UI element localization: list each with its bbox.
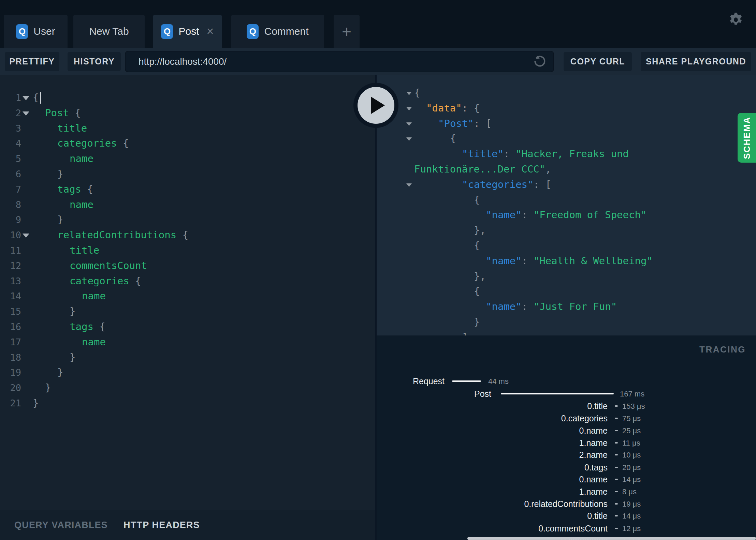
code-text: }: [33, 395, 39, 411]
response-line: Funktionäre...Der CCC",: [377, 162, 756, 177]
code-text: "name": "Freedom of Speech": [486, 207, 646, 223]
fold-arrow-icon[interactable]: [406, 122, 412, 126]
tab-user[interactable]: QUser: [4, 15, 68, 48]
tracing-dash-icon: [615, 528, 618, 529]
endpoint-url-input[interactable]: [139, 56, 532, 67]
code-text: }: [57, 212, 63, 227]
text-cursor: [40, 92, 41, 104]
code-text: name: [82, 334, 106, 350]
editor-line: 5name: [0, 151, 375, 166]
tracing-row-time: 167 ms: [620, 389, 644, 400]
code-text: "title": "Hacker, Freaks und: [462, 146, 629, 162]
response-line: "name": "Health & Wellbeing": [377, 253, 756, 269]
editor-line: 10relatedContributions {: [0, 227, 375, 243]
response-line: "title": "Hacker, Freaks und: [377, 146, 756, 162]
tracing-row-time: 8 μs: [622, 486, 637, 497]
schema-tab-label: SCHEMA: [742, 117, 752, 159]
prettify-button[interactable]: PRETTIFY: [5, 52, 59, 71]
tracing-row-label: 1.name: [377, 437, 608, 448]
fold-arrow-icon[interactable]: [406, 137, 412, 141]
line-number: 2: [0, 105, 21, 121]
response-line: ]: [377, 330, 756, 335]
line-number: 20: [0, 380, 21, 395]
line-number: 13: [0, 273, 21, 289]
code-text: title: [57, 121, 87, 136]
code-text: },: [474, 223, 486, 238]
line-number: 11: [0, 243, 21, 258]
editor-line: 12commentsCount: [0, 258, 375, 273]
line-number: 4: [0, 136, 21, 151]
new-tab-button[interactable]: +: [334, 15, 360, 48]
code-text: "Post": [: [438, 116, 492, 131]
play-icon: [371, 97, 385, 114]
line-number: 5: [0, 151, 21, 166]
fold-arrow-icon[interactable]: [23, 234, 29, 238]
code-text: }: [70, 350, 75, 365]
fold-arrow-icon[interactable]: [406, 92, 412, 95]
play-button-circle: [358, 87, 394, 124]
editor-line: 8name: [0, 197, 375, 212]
editor-line: 17name: [0, 334, 375, 350]
code-text: commentsCount: [70, 258, 147, 273]
query-variables-tab[interactable]: QUERY VARIABLES: [14, 520, 108, 530]
plus-icon: +: [342, 22, 351, 41]
code-text: },: [474, 269, 486, 284]
tracing-panel: TRACING Request44 msPost167 ms0.title153…: [377, 335, 756, 540]
line-number: 1: [0, 90, 21, 105]
execute-query-button[interactable]: [353, 83, 398, 128]
code-text: "categories": [: [462, 177, 551, 192]
tab-comment[interactable]: QComment: [231, 15, 324, 48]
schema-sidebar-tab[interactable]: SCHEMA: [738, 113, 756, 163]
tracing-row-label: 0.title: [377, 510, 608, 521]
copy-curl-button[interactable]: COPY CURL: [564, 52, 632, 71]
tracing-dash-icon: [615, 418, 618, 419]
tracing-row-time: 25 μs: [622, 425, 641, 436]
code-text: tags {: [57, 182, 93, 197]
code-text: {: [474, 192, 480, 208]
editor-line: 3title: [0, 121, 375, 136]
tracing-row-time: 14 μs: [622, 474, 641, 485]
toolbar: PRETTIFY HISTORY COPY CURL SHARE PLAYGRO…: [0, 48, 756, 75]
refresh-schema-icon[interactable]: [532, 54, 547, 70]
fold-arrow-icon[interactable]: [23, 111, 29, 116]
code-text: name: [70, 197, 93, 212]
tracing-row-label: 0.relatedContributions: [377, 498, 608, 509]
code-text: }: [45, 380, 51, 395]
code-text: "name": "Just For Fun": [486, 299, 617, 314]
settings-gear-icon[interactable]: [727, 11, 744, 28]
editor-line: 19}: [0, 365, 375, 380]
tracing-row-time: 14 μs: [622, 511, 641, 522]
response-line: "name": "Freedom of Speech": [377, 207, 756, 223]
code-text: title: [70, 243, 99, 258]
tracing-row-label: 2.name: [377, 449, 608, 460]
editor-line: 13categories {: [0, 273, 375, 289]
response-line: {: [377, 238, 756, 253]
fold-arrow-icon[interactable]: [406, 107, 412, 110]
tracing-dash-icon: [615, 442, 618, 444]
line-number: 18: [0, 350, 21, 365]
tracing-horizontal-scrollbar[interactable]: [467, 537, 756, 540]
tracing-row-time: 75 μs: [622, 413, 641, 424]
query-editor[interactable]: 1{2Post {3title4categories {5name6}7tags…: [0, 75, 375, 510]
tracing-row-time: 20 μs: [622, 462, 641, 473]
fold-arrow-icon[interactable]: [406, 183, 412, 187]
tab-post[interactable]: QPost×: [153, 15, 222, 48]
editor-line: 6}: [0, 166, 375, 182]
editor-line: 1{: [0, 90, 375, 105]
tracing-row-label: 0.tags: [377, 462, 608, 473]
tracing-row-label: 0.name: [377, 425, 608, 436]
response-line: "categories": [: [377, 177, 756, 192]
close-tab-icon[interactable]: ×: [207, 25, 214, 38]
editor-line: 18}: [0, 350, 375, 365]
editor-line: 9}: [0, 212, 375, 227]
fold-arrow-icon[interactable]: [23, 96, 29, 100]
editor-line: 21}: [0, 395, 375, 411]
history-button[interactable]: HISTORY: [68, 52, 121, 71]
http-headers-tab[interactable]: HTTP HEADERS: [123, 520, 200, 530]
editor-line: 4categories {: [0, 136, 375, 151]
tracing-duration-bar: [452, 380, 481, 382]
share-playground-button[interactable]: SHARE PLAYGROUND: [641, 52, 751, 71]
line-number: 8: [0, 197, 21, 212]
tab-new-tab[interactable]: New Tab: [73, 15, 145, 48]
response-pane: {"data": {"Post": [{"title": "Hacker, Fr…: [377, 75, 756, 335]
